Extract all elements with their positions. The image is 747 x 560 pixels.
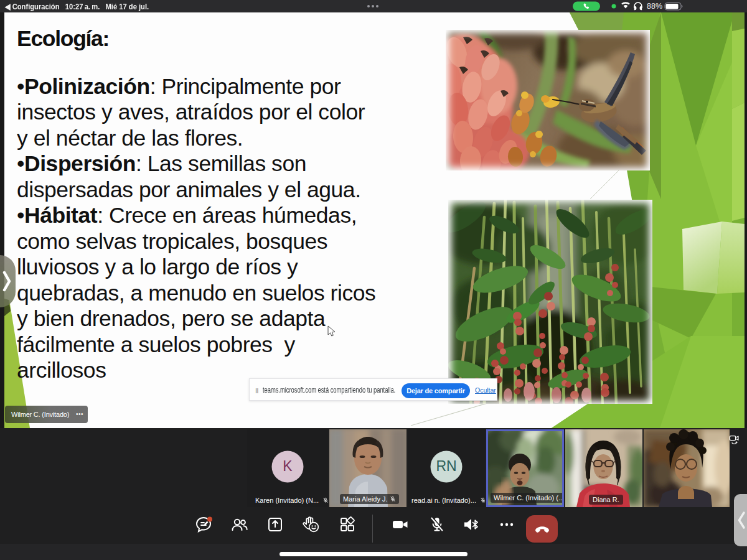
svg-text:88%: 88% xyxy=(647,2,662,11)
